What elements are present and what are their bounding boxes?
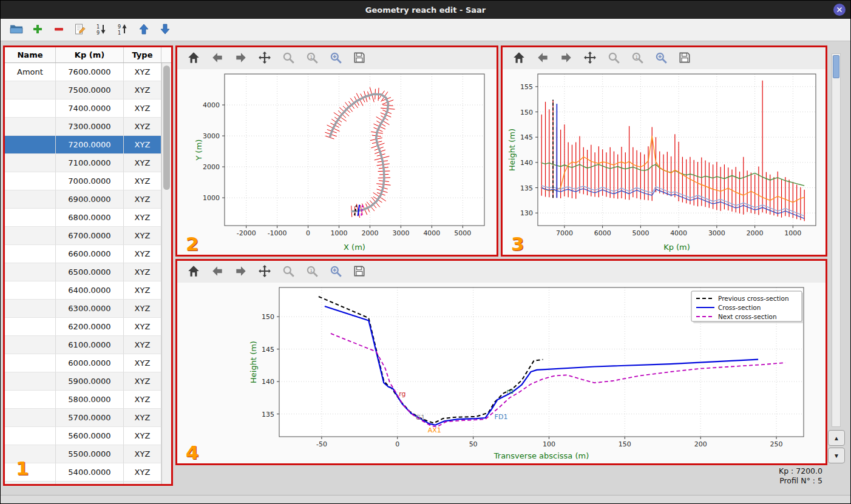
zoom-original-button[interactable]: 1 <box>304 50 320 66</box>
name-cell <box>5 118 56 136</box>
move-up-button[interactable] <box>134 21 154 39</box>
table-row[interactable]: 7000.0000XYZ <box>5 172 161 190</box>
home-button[interactable] <box>186 264 202 280</box>
zoom-button[interactable] <box>606 50 622 66</box>
main-toolbar: 1991 <box>1 19 850 41</box>
table-scrollbar-thumb[interactable] <box>163 66 170 190</box>
edit-button[interactable] <box>70 21 90 39</box>
table-row[interactable]: 5900.0000XYZ <box>5 372 161 391</box>
save-button[interactable] <box>677 50 693 66</box>
table-row[interactable]: 7100.0000XYZ <box>5 154 161 172</box>
kp-cell: 6400.0000 <box>56 281 124 300</box>
table-row[interactable]: 6300.0000XYZ <box>5 300 161 318</box>
header-name: Name <box>5 47 56 62</box>
zoom-original-button[interactable]: 1 <box>629 50 645 66</box>
back-button[interactable] <box>535 50 551 66</box>
table-row[interactable]: 6100.0000XYZ <box>5 336 161 354</box>
table-row[interactable]: 6600.0000XYZ <box>5 245 161 263</box>
plan-view-chart[interactable]: -2000-1000010002000300040005000100020003… <box>177 69 497 255</box>
table-row[interactable]: Amont7600.0000XYZ <box>5 63 161 81</box>
zoom-button[interactable] <box>280 264 296 280</box>
close-button[interactable] <box>833 4 846 16</box>
svg-text:1000: 1000 <box>203 194 220 202</box>
name-cell <box>5 445 56 463</box>
type-cell: XYZ <box>124 63 161 81</box>
legend[interactable]: Previous cross-sectionCross-sectionNext … <box>691 291 804 323</box>
table-row[interactable]: 6900.0000XYZ <box>5 190 161 209</box>
sort-ascending-button[interactable]: 19 <box>91 21 111 39</box>
svg-text:Transverse abscissa (m): Transverse abscissa (m) <box>493 451 589 460</box>
remove-cross-section-button[interactable] <box>49 21 69 39</box>
sort-descending-button[interactable]: 91 <box>112 21 132 39</box>
type-cell: XYZ <box>124 318 161 336</box>
panel-number-3: 3 <box>511 235 524 254</box>
table-row[interactable]: 6800.0000XYZ <box>5 209 161 227</box>
type-cell: XYZ <box>124 445 161 463</box>
move-up-icon <box>138 23 150 37</box>
svg-text:Kp (m): Kp (m) <box>663 243 690 252</box>
kp-cell: 6100.0000 <box>56 336 124 354</box>
zoom-rect-button[interactable] <box>653 50 669 66</box>
pan-button[interactable] <box>257 264 273 280</box>
type-cell: XYZ <box>124 154 161 172</box>
back-button[interactable] <box>209 50 225 66</box>
save-button[interactable] <box>351 50 367 66</box>
pan-button[interactable] <box>582 50 598 66</box>
kp-cell: 5400.0000 <box>56 463 124 482</box>
name-cell <box>5 354 56 372</box>
profile-up-button[interactable]: ▲ <box>828 430 845 446</box>
zoom-original-button[interactable]: 1 <box>304 264 320 280</box>
name-cell <box>5 300 56 318</box>
table-row[interactable]: 6200.0000XYZ <box>5 318 161 336</box>
table-row[interactable]: 6500.0000XYZ <box>5 263 161 281</box>
long-profile-chart[interactable]: 7000600050004000300020001000130135140145… <box>503 69 826 255</box>
table-row[interactable]: 7300.0000XYZ <box>5 118 161 136</box>
table-row[interactable]: 5700.0000XYZ <box>5 409 161 427</box>
home-button[interactable] <box>186 50 202 66</box>
table-row[interactable]: 6400.0000XYZ <box>5 281 161 300</box>
plan-view-panel: 1 -2000-10000100020003000400050001000200… <box>175 45 498 257</box>
move-down-icon <box>159 23 171 37</box>
open-button[interactable] <box>6 21 26 39</box>
table-row[interactable]: 6000.0000XYZ <box>5 354 161 372</box>
back-button[interactable] <box>209 264 225 280</box>
save-button[interactable] <box>351 264 367 280</box>
add-cross-section-button[interactable] <box>27 21 47 39</box>
forward-button[interactable] <box>233 50 249 66</box>
profile-down-button[interactable]: ▼ <box>828 448 845 463</box>
home-icon <box>512 51 526 66</box>
edit-icon <box>74 23 86 37</box>
cross-section-chart[interactable]: -50050100150200250135140145150Transverse… <box>177 283 826 463</box>
table-scrollbar[interactable] <box>161 63 171 484</box>
table-row[interactable]: 5300.0000XYZ <box>5 482 161 484</box>
table-row[interactable]: 5800.0000XYZ <box>5 391 161 409</box>
table-row[interactable]: 5600.0000XYZ <box>5 427 161 445</box>
forward-button[interactable] <box>558 50 574 66</box>
svg-text:2000: 2000 <box>361 229 378 237</box>
svg-text:Cross-section: Cross-section <box>718 304 761 311</box>
pan-icon <box>258 51 271 66</box>
back-icon <box>536 51 549 66</box>
zoom-button[interactable] <box>280 50 296 66</box>
pan-button[interactable] <box>257 50 273 66</box>
table-row[interactable]: 7400.0000XYZ <box>5 99 161 118</box>
table-row[interactable]: 7500.0000XYZ <box>5 81 161 99</box>
home-button[interactable] <box>511 50 527 66</box>
window-vertical-scrollbar[interactable] <box>832 53 841 427</box>
titlebar[interactable]: Geometry reach edit - Saar <box>1 1 850 19</box>
forward-button[interactable] <box>233 264 249 280</box>
move-down-button[interactable] <box>155 21 175 39</box>
table-row[interactable]: 7200.0000XYZ <box>5 136 161 154</box>
window-scrollbar-thumb[interactable] <box>833 55 839 78</box>
zoom-rect-button[interactable] <box>328 264 344 280</box>
table-row[interactable]: 6700.0000XYZ <box>5 227 161 245</box>
svg-text:155: 155 <box>520 83 533 91</box>
kp-cell: 5900.0000 <box>56 372 124 391</box>
pan-icon <box>583 51 597 66</box>
forward-icon <box>560 51 573 66</box>
kp-cell: 5700.0000 <box>56 409 124 427</box>
zoom-rect-button[interactable] <box>328 50 344 66</box>
svg-text:3000: 3000 <box>708 229 725 237</box>
type-cell: XYZ <box>124 99 161 118</box>
panel-number-4: 4 <box>186 443 199 462</box>
